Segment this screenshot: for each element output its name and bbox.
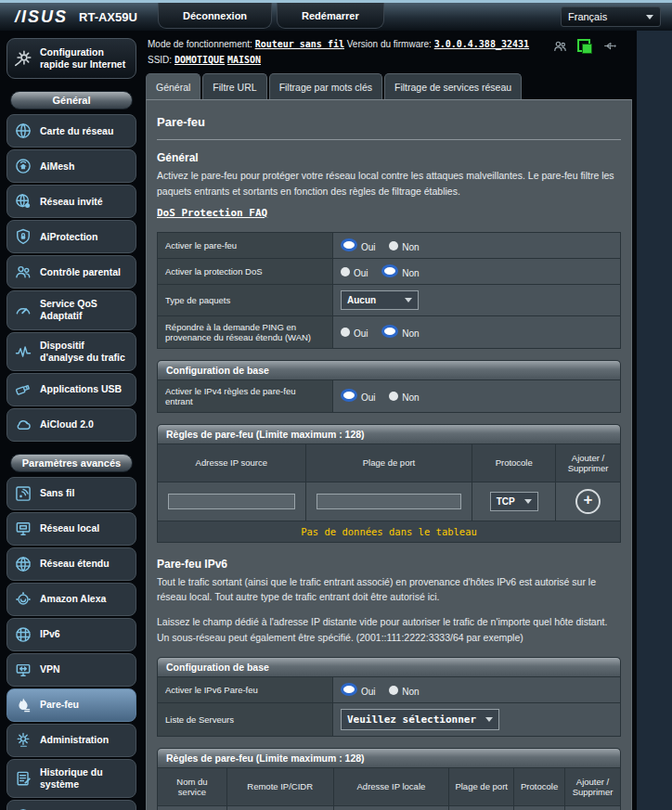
ssid-link-1[interactable]: DOMOTIQUE <box>174 55 225 65</box>
sidebar-item-administration[interactable]: Administration <box>6 724 136 757</box>
ipv6-enable-yes-radio[interactable] <box>341 683 357 696</box>
firewall-description: Activez le pare-feu pour protéger votre … <box>157 168 621 199</box>
sidebar-item-label: VPN <box>40 663 60 675</box>
logout-button[interactable]: Déconnexion <box>158 3 272 29</box>
ipv4-rules-table: Adresse IP source Plage de port Protocol… <box>157 444 621 543</box>
ipv6-description-2: Laissez le champ dédié à l'adresse IP di… <box>157 614 621 646</box>
sidebar-item-aicloud[interactable]: AiCloud 2.0 <box>6 408 136 442</box>
firmware-version-link[interactable]: 3.0.0.4.388_32431 <box>434 39 529 49</box>
sidebar-item-network-tools[interactable]: Outils réseau <box>6 800 136 810</box>
tab-keyword-filter[interactable]: Filtrage par mots clés <box>269 73 382 99</box>
table-row: Activer le IPv6 Pare-feu Oui Non <box>158 676 621 702</box>
sidebar-item-label: Administration <box>40 734 109 746</box>
port-range-input[interactable] <box>317 494 460 509</box>
sidebar-item-aiprotection[interactable]: AiProtection <box>6 220 136 253</box>
ipv4-inbound-table: Activer le IPv4 règles de pare-feu entra… <box>157 379 621 413</box>
sidebar-header-advanced: Paramètres avancés <box>10 454 133 472</box>
col-source-ip: Adresse IP source <box>158 444 306 482</box>
usb-applications-icon <box>14 380 32 399</box>
operation-mode-link[interactable]: Routeur sans fil <box>255 39 344 49</box>
sidebar-item-guest-network[interactable]: Réseau invité <box>6 185 136 218</box>
col-remote-ip: Remote IP/CIDR <box>226 767 333 805</box>
sidebar-item-usb-applications[interactable]: Applications USB <box>6 373 136 406</box>
general-settings-table: Activer le pare-feu Oui Non Activer la p… <box>157 232 621 349</box>
sidebar-item-traffic-analyzer[interactable]: Dispositif d'analyse du trafic <box>6 332 136 371</box>
language-selector[interactable]: Français <box>561 6 661 27</box>
sidebar-item-network-map[interactable]: Carte du réseau <box>6 114 136 148</box>
sidebar-item-label: Réseau invité <box>40 196 103 208</box>
usb-status-icon[interactable] <box>601 39 619 53</box>
enable-dos-no-radio[interactable] <box>381 264 398 277</box>
add-rule-button[interactable]: + <box>575 489 601 514</box>
parental-control-icon <box>14 263 32 281</box>
basic-config-header: Configuration de base <box>157 360 621 379</box>
system-log-icon <box>14 769 32 788</box>
enable-firewall-yes-radio[interactable] <box>341 238 357 251</box>
tab-network-services-filter[interactable]: Filtrage de services réseau <box>384 73 522 99</box>
ipv4-inbound-yes-radio[interactable] <box>341 389 357 402</box>
app-container: Configuration rapide sur Internet Généra… <box>0 31 637 810</box>
sidebar-item-label: Service QoS Adaptatif <box>40 298 129 322</box>
enable-firewall-label: Activer le pare-feu <box>158 232 333 258</box>
sidebar-item-vpn[interactable]: VPN <box>6 653 136 687</box>
ipv4-inbound-no-radio[interactable] <box>389 392 398 401</box>
sidebar-item-wireless[interactable]: Sans fil <box>6 477 136 510</box>
col-add-delete: Ajouter / Supprimer <box>565 767 621 805</box>
enable-dos-yes-radio[interactable] <box>341 267 350 276</box>
server-list-select[interactable]: Veuillez sélectionner <box>341 709 499 730</box>
wan-icon <box>14 555 32 573</box>
tab-url-filter[interactable]: Filtre URL <box>202 73 266 99</box>
traffic-analyzer-icon <box>14 342 32 361</box>
router-status-header: Mode de fonctionnement: Routeur sans fil… <box>146 31 632 68</box>
dos-faq-link[interactable]: DoS Protection FAQ <box>157 207 267 219</box>
protocol-select[interactable]: TCP <box>490 492 538 511</box>
protocol-value: TCP <box>497 496 515 507</box>
enable-firewall-no-radio[interactable] <box>389 241 398 251</box>
ping-wan-yes-radio[interactable] <box>341 328 350 337</box>
reboot-button[interactable]: Redémarrer <box>277 3 384 29</box>
guest-network-icon <box>14 192 32 211</box>
wireless-icon <box>14 484 32 503</box>
sidebar-item-aimesh[interactable]: AiMesh <box>6 149 136 183</box>
ipv6-enable-no-radio[interactable] <box>389 686 398 695</box>
sidebar-item-label: IPv6 <box>40 628 60 640</box>
sidebar-item-label: Contrôle parental <box>40 266 121 278</box>
ping-wan-no-radio[interactable] <box>381 325 398 338</box>
col-local-ip: Adresse IP locale <box>333 767 449 805</box>
quick-setup-button[interactable]: Configuration rapide sur Internet <box>6 38 136 79</box>
clients-icon[interactable] <box>552 38 568 54</box>
operation-mode-label: Mode de fonctionnement: <box>148 39 252 49</box>
table-row: TCP + <box>158 482 621 521</box>
tab-general[interactable]: Général <box>146 73 200 99</box>
ipv6-rules-table: Nom du service Remote IP/CIDR Adresse IP… <box>157 767 621 810</box>
quick-setup-label: Configuration rapide sur Internet <box>40 46 130 71</box>
radio-no-label: Non <box>402 268 419 278</box>
sidebar-item-lan[interactable]: Réseau local <box>6 512 136 546</box>
radio-yes-label: Oui <box>354 268 368 278</box>
sidebar-item-ipv6[interactable]: IPv6 <box>6 618 136 651</box>
ipv4-inbound-label: Activer le IPv4 règles de pare-feu entra… <box>158 379 333 412</box>
sidebar-item-label: Sans fil <box>40 487 74 499</box>
table-row: TCP + <box>158 805 621 810</box>
sidebar-item-parental-control[interactable]: Contrôle parental <box>6 255 136 289</box>
qos-gauge-icon <box>14 301 32 319</box>
sidebar-item-amazon-alexa[interactable]: Amazon Alexa <box>6 583 136 616</box>
shield-lock-icon <box>14 227 32 246</box>
sidebar-item-firewall[interactable]: Pare-feu <box>6 688 136 722</box>
ipv6-rules-header: Règles de pare-feu (Limite maximum : 128… <box>157 748 621 767</box>
ipv6-basic-config-header: Configuration de base <box>157 657 621 676</box>
quick-setup-gear-icon <box>13 48 33 69</box>
internet-status-icon[interactable] <box>577 39 592 54</box>
firewall-flame-icon <box>14 696 32 714</box>
sidebar-item-wan[interactable]: Réseau étendu <box>6 547 136 581</box>
chevron-down-icon <box>646 15 653 19</box>
table-row: Pas de données dans le tableau <box>158 521 621 542</box>
sidebar-item-label: AiMesh <box>40 161 74 173</box>
sidebar-item-system-log[interactable]: Historique du système <box>6 759 136 798</box>
ssid-link-2[interactable]: MAISON <box>227 55 261 65</box>
source-ip-input[interactable] <box>168 494 295 509</box>
sidebar-item-adaptive-qos[interactable]: Service QoS Adaptatif <box>6 290 136 329</box>
sidebar-item-label: Historique du système <box>40 766 129 791</box>
radio-no-label: Non <box>402 392 419 403</box>
packet-type-select[interactable]: Aucun <box>341 290 419 310</box>
